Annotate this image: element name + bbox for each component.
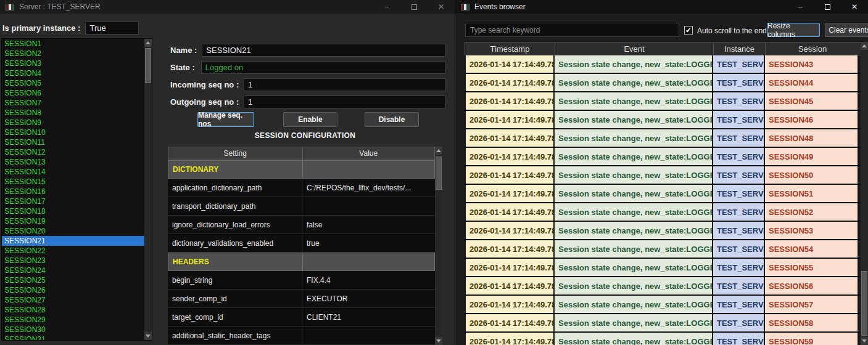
config-row[interactable]: transport_dictionary_path xyxy=(168,197,435,216)
outgoing-seq-field[interactable]: 1 xyxy=(244,95,445,108)
event-session-cell: SESSION52 xyxy=(765,203,859,221)
search-input[interactable] xyxy=(465,23,679,37)
session-list-item[interactable]: SESSION9 xyxy=(2,118,144,128)
minimize-icon[interactable]: – xyxy=(373,0,400,14)
events-col-session[interactable]: Session xyxy=(766,43,859,55)
session-list-item[interactable]: SESSION7 xyxy=(2,98,144,108)
session-list-item[interactable]: SESSION11 xyxy=(2,137,144,147)
event-row[interactable]: 2026-01-14 17:14:49.788Session state cha… xyxy=(465,333,861,345)
event-row[interactable]: 2026-01-14 17:14:49.788Session state cha… xyxy=(465,148,861,166)
maximize-icon[interactable] xyxy=(400,0,428,14)
session-list-item[interactable]: SESSION26 xyxy=(2,285,144,295)
event-instance-cell: TEST_SERVER xyxy=(713,314,765,331)
config-row[interactable]: target_comp_idCLIENT21 xyxy=(168,308,435,327)
name-field[interactable]: SESSION21 xyxy=(202,44,445,57)
session-list-item[interactable]: SESSION25 xyxy=(2,275,144,285)
events-table-scrollbar[interactable] xyxy=(861,42,868,345)
event-row[interactable]: 2026-01-14 17:14:49.788Session state cha… xyxy=(465,55,861,74)
minimize-icon[interactable]: – xyxy=(787,0,814,14)
scroll-up-icon[interactable] xyxy=(861,42,868,50)
session-list-item[interactable]: SESSION31 xyxy=(2,335,144,341)
primary-instance-field[interactable]: True xyxy=(85,22,139,34)
autoscroll-checkbox[interactable]: ✓ xyxy=(684,26,693,34)
maximize-icon[interactable] xyxy=(814,0,841,14)
session-list-item[interactable]: SESSION14 xyxy=(2,167,144,177)
event-event-cell: Session state change, new_state:LOGGED_O… xyxy=(555,314,713,331)
session-list-item[interactable]: SESSION17 xyxy=(2,197,144,206)
config-col-setting[interactable]: Setting xyxy=(168,147,303,160)
scrollbar-thumb[interactable] xyxy=(145,48,151,83)
events-col-event[interactable]: Event xyxy=(555,43,714,55)
session-list-item[interactable]: SESSION20 xyxy=(2,226,144,236)
clear-events-button[interactable]: Clear events xyxy=(825,23,868,37)
event-row[interactable]: 2026-01-14 17:14:49.788Session state cha… xyxy=(465,92,861,111)
session-list-item[interactable]: SESSION27 xyxy=(2,295,144,305)
config-section-row[interactable]: DICTIONARY xyxy=(168,160,435,179)
event-row[interactable]: 2026-01-14 17:14:49.788Session state cha… xyxy=(465,111,861,129)
session-list-item[interactable]: SESSION12 xyxy=(2,147,144,157)
session-list-item[interactable]: SESSION13 xyxy=(2,157,144,167)
session-list-item[interactable]: SESSION1 xyxy=(2,39,144,49)
event-timestamp-cell: 2026-01-14 17:14:49.788 xyxy=(465,314,555,331)
scroll-up-icon[interactable] xyxy=(435,147,442,155)
event-row[interactable]: 2026-01-14 17:14:49.788Session state cha… xyxy=(465,129,861,148)
event-row[interactable]: 2026-01-14 17:14:49.788Session state cha… xyxy=(465,240,861,259)
session-list-scrollbar[interactable] xyxy=(144,39,152,340)
session-list-item[interactable]: SESSION2 xyxy=(2,49,144,59)
event-row[interactable]: 2026-01-14 17:14:49.788Session state cha… xyxy=(465,74,861,92)
session-list-item[interactable]: SESSION23 xyxy=(2,256,144,266)
session-list-item[interactable]: SESSION5 xyxy=(2,78,144,88)
session-list-item[interactable]: SESSION6 xyxy=(2,88,144,98)
event-event-cell: Session state change, new_state:LOGGED_O… xyxy=(555,296,713,313)
events-col-timestamp[interactable]: Timestamp xyxy=(465,43,555,55)
config-col-value[interactable]: Value xyxy=(303,147,435,160)
config-row[interactable]: dictionary_validations_enabledtrue xyxy=(168,234,435,253)
disable-button[interactable]: Disable xyxy=(365,112,419,127)
session-list-item[interactable]: SESSION18 xyxy=(2,206,144,216)
session-list-item[interactable]: SESSION15 xyxy=(2,177,144,187)
primary-instance-label: Is primary instance : xyxy=(2,23,80,33)
scroll-down-icon[interactable] xyxy=(861,337,868,345)
event-row[interactable]: 2026-01-14 17:14:49.788Session state cha… xyxy=(465,203,861,222)
event-row[interactable]: 2026-01-14 17:14:49.788Session state cha… xyxy=(465,259,861,277)
session-list-item[interactable]: SESSION30 xyxy=(2,325,144,335)
session-list-item[interactable]: SESSION22 xyxy=(2,246,144,256)
session-list-item[interactable]: SESSION29 xyxy=(2,315,144,325)
session-list-item[interactable]: SESSION16 xyxy=(2,187,144,197)
scrollbar-thumb[interactable] xyxy=(861,271,867,336)
scroll-down-icon[interactable] xyxy=(144,332,152,340)
incoming-seq-field[interactable]: 1 xyxy=(244,78,445,91)
session-list-item[interactable]: SESSION8 xyxy=(2,108,144,118)
session-list-item[interactable]: SESSION4 xyxy=(2,68,144,78)
config-section-row[interactable]: HEADERS xyxy=(168,253,435,271)
event-session-cell: SESSION55 xyxy=(765,259,859,276)
event-row[interactable]: 2026-01-14 17:14:49.788Session state cha… xyxy=(465,277,861,296)
config-setting-cell: sender_comp_id xyxy=(168,290,302,307)
session-list-item[interactable]: SESSION10 xyxy=(2,128,144,137)
scrollbar-thumb[interactable] xyxy=(436,156,442,190)
session-list-item[interactable]: SESSION28 xyxy=(2,305,144,315)
config-row[interactable]: sender_comp_idEXECUTOR xyxy=(168,290,435,308)
config-row[interactable]: application_dictionary_pathC:/REPOS/the_… xyxy=(168,179,435,197)
event-row[interactable]: 2026-01-14 17:14:49.788Session state cha… xyxy=(465,166,861,185)
event-row[interactable]: 2026-01-14 17:14:49.788Session state cha… xyxy=(465,314,861,333)
event-row[interactable]: 2026-01-14 17:14:49.788Session state cha… xyxy=(465,222,861,240)
config-row[interactable]: ignore_dictionary_load_errorsfalse xyxy=(168,216,435,234)
close-icon[interactable]: ✕ xyxy=(428,0,455,14)
manage-seq-button[interactable]: Manage seq. nos xyxy=(197,112,254,127)
session-list-item[interactable]: SESSION21 xyxy=(2,236,144,246)
config-row[interactable]: begin_stringFIX.4.4 xyxy=(168,271,435,290)
config-row[interactable]: additional_static_header_tags xyxy=(168,327,435,345)
session-list-item[interactable]: SESSION24 xyxy=(2,266,144,275)
enable-button[interactable]: Enable xyxy=(283,112,337,127)
scroll-up-icon[interactable] xyxy=(144,39,152,47)
close-icon[interactable]: ✕ xyxy=(841,0,868,14)
resize-columns-button[interactable]: Resize columns xyxy=(767,23,820,37)
session-list-item[interactable]: SESSION3 xyxy=(2,59,144,68)
events-col-instance[interactable]: Instance xyxy=(714,43,766,55)
session-list-item[interactable]: SESSION19 xyxy=(2,216,144,226)
event-row[interactable]: 2026-01-14 17:14:49.788Session state cha… xyxy=(465,296,861,314)
config-table-scrollbar[interactable] xyxy=(435,147,442,345)
event-row[interactable]: 2026-01-14 17:14:49.788Session state cha… xyxy=(465,185,861,203)
scroll-down-icon[interactable] xyxy=(435,337,442,345)
